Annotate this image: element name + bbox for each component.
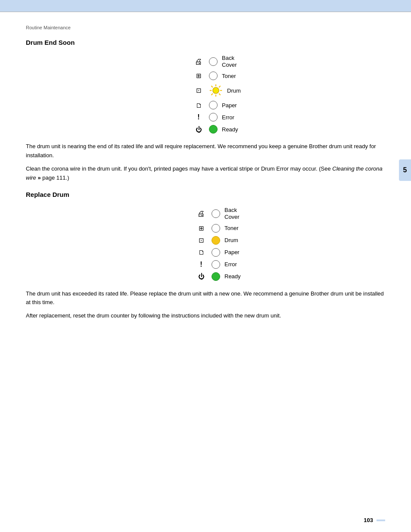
svg-line-5 <box>219 93 221 95</box>
label-toner-2: Toner <box>224 225 250 231</box>
led-table-2: 🖨 BackCover ⊞ Toner ⊡ Drum <box>195 207 250 280</box>
label-toner-1: Toner <box>222 73 248 79</box>
led-row-ready-2: ⏻ Ready <box>195 272 250 281</box>
exclaim-icon-2: ! <box>195 261 207 268</box>
led-row-error-1: ! Error <box>193 113 253 121</box>
power-icon-1: ⏻ <box>193 126 205 133</box>
toner-icon-1: ⊞ <box>193 72 205 80</box>
section-replace-drum: Replace Drum 🖨 BackCover ⊞ Toner ⊡ <box>26 191 385 320</box>
label-drum-1: Drum <box>227 87 253 94</box>
led-row-paper-1: 🗋 Paper <box>193 101 253 109</box>
top-bar <box>0 0 411 12</box>
led-toner-1 <box>209 72 218 80</box>
led-paper-1 <box>209 101 218 109</box>
led-row-paper-2: 🗋 Paper <box>195 248 250 257</box>
drum-icon-2: ⊡ <box>195 236 207 244</box>
double-arrow-1: » <box>37 174 40 181</box>
main-content: Routine Maintenance Drum End Soon 🖨 Back… <box>0 12 411 342</box>
led-paper-2 <box>212 248 220 257</box>
section-title-replace-drum: Replace Drum <box>26 191 385 198</box>
replace-drum-para-1: The drum unit has exceeded its rated lif… <box>26 289 385 308</box>
led-row-ready-1: ⏻ Ready <box>193 125 253 134</box>
svg-point-8 <box>213 87 219 93</box>
label-drum-2: Drum <box>224 237 250 243</box>
led-diagram-drum-end-soon: 🖨 BackCover ⊞ Toner ⊡ <box>26 55 385 134</box>
chapter-tab: 5 <box>399 159 411 181</box>
section-drum-end-soon: Drum End Soon 🖨 BackCover ⊞ Toner ⊡ <box>26 39 385 182</box>
exclaim-icon-1: ! <box>193 113 205 121</box>
label-paper-1: Paper <box>222 102 248 109</box>
page-number-bar: 103 <box>364 517 385 523</box>
label-paper-2: Paper <box>224 249 250 255</box>
led-table-1: 🖨 BackCover ⊞ Toner ⊡ <box>193 55 253 134</box>
printer-icon-2: 🖨 <box>195 210 207 218</box>
drum-icon-1: ⊡ <box>193 87 205 94</box>
power-icon-2: ⏻ <box>195 273 207 280</box>
led-error-1 <box>209 113 218 121</box>
drum-end-soon-para-2: Clean the corona wire in the drum unit. … <box>26 165 385 183</box>
page-number-box <box>377 520 385 521</box>
svg-line-7 <box>211 93 213 95</box>
led-row-toner-1: ⊞ Toner <box>193 72 253 80</box>
led-toner-2 <box>212 224 220 233</box>
section-title-drum-end-soon: Drum End Soon <box>26 39 385 46</box>
led-row-drum-2: ⊡ Drum <box>195 236 250 245</box>
led-diagram-replace-drum: 🖨 BackCover ⊞ Toner ⊡ Drum <box>26 207 385 280</box>
led-row-back-cover-2: 🖨 BackCover <box>195 207 250 220</box>
label-ready-2: Ready <box>224 273 250 280</box>
led-row-error-2: ! Error <box>195 260 250 269</box>
led-row-drum-1: ⊡ <box>193 84 253 97</box>
doc-icon-1: 🗋 <box>193 102 205 109</box>
doc-icon-2: 🗋 <box>195 249 207 256</box>
label-ready-1: Ready <box>222 126 248 133</box>
svg-line-4 <box>211 86 213 88</box>
led-drum-flashing-1 <box>209 84 223 97</box>
page-number: 103 <box>364 517 373 523</box>
italic-text-1: Cleaning the corona wire <box>26 165 383 181</box>
led-drum-yellow-2 <box>212 236 220 245</box>
replace-drum-para-2: After replacement, reset the drum counte… <box>26 311 385 320</box>
label-back-cover-2: BackCover <box>224 207 250 220</box>
led-row-back-cover-1: 🖨 BackCover <box>193 55 253 68</box>
led-back-cover-2 <box>212 209 220 218</box>
drum-end-soon-para-1: The drum unit is nearing the end of its … <box>26 142 385 160</box>
toner-icon-2: ⊞ <box>195 224 207 232</box>
led-ready-2 <box>212 272 220 281</box>
led-ready-1 <box>209 125 218 134</box>
breadcrumb: Routine Maintenance <box>26 25 385 30</box>
label-back-cover-1: BackCover <box>222 55 248 68</box>
printer-icon-1: 🖨 <box>193 58 205 65</box>
led-row-toner-2: ⊞ Toner <box>195 224 250 233</box>
label-error-2: Error <box>224 261 250 268</box>
svg-line-6 <box>219 86 221 88</box>
sun-svg-1 <box>209 83 223 98</box>
chapter-number: 5 <box>403 166 407 174</box>
led-back-cover-1 <box>209 57 218 66</box>
label-error-1: Error <box>222 114 248 121</box>
led-error-2 <box>212 260 220 269</box>
